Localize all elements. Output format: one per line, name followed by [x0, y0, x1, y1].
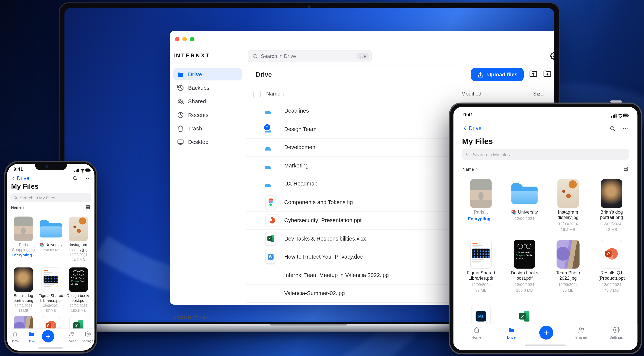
sidebar-item-recents[interactable]: Recents	[174, 109, 242, 121]
chevron-left-icon	[462, 126, 468, 131]
toolbar: Upload files	[471, 68, 554, 81]
file-card[interactable]: Figma Shared Libraries.pdf 12/09/2024 87…	[461, 238, 501, 292]
file-card[interactable]: 5 Books Every Designer Needs To Read Des…	[65, 266, 92, 313]
photo-thumbnail	[557, 179, 578, 208]
file-name: Design books post.pdf	[505, 270, 544, 281]
upload-files-button[interactable]: Upload files	[471, 68, 524, 81]
nav-settings[interactable]: Settings	[605, 326, 628, 340]
zoom-window-button[interactable]	[190, 37, 194, 41]
sidebar-item-shared[interactable]: Shared	[174, 95, 242, 107]
file-card[interactable]: Brian's dog portrait.png 12/09/2024 18 M…	[592, 178, 631, 232]
history-icon	[177, 84, 184, 91]
figma-file-icon	[265, 195, 276, 209]
file-name: Cybersecurity_Presentation.ppt	[284, 217, 362, 223]
home-indicator[interactable]	[38, 347, 63, 349]
upload-folder-button[interactable]	[529, 69, 538, 80]
select-all-checkbox[interactable]	[254, 91, 261, 98]
settings-gear-button[interactable]	[550, 52, 554, 61]
nav-settings[interactable]: Settings	[79, 331, 94, 343]
search-icon	[14, 195, 18, 199]
file-card[interactable]: Brian's dog portrait.png 12/09/2024 18 M…	[10, 266, 36, 313]
sidebar-item-label: Drive	[188, 71, 202, 77]
nav-drive[interactable]: Drive	[23, 331, 39, 343]
new-folder-button[interactable]	[543, 69, 552, 80]
list-view-toggle[interactable]	[85, 205, 90, 210]
macbook-lid-notch	[270, 324, 346, 327]
back-button[interactable]: Drive	[462, 125, 482, 131]
home-indicator[interactable]	[525, 345, 566, 346]
column-modified[interactable]: Modified	[461, 91, 482, 97]
more-button[interactable]	[84, 176, 90, 183]
photo-thumbnail	[14, 267, 33, 292]
close-window-button[interactable]	[175, 37, 180, 41]
phone-notch	[35, 164, 67, 170]
status-icons	[74, 167, 91, 174]
divider	[454, 174, 638, 174]
search-shortcut-badge: ⌘F	[357, 53, 369, 60]
file-card[interactable]: P Results Q1 (Product).ppt 12/09/2024 48…	[592, 238, 631, 292]
phone-nav-row: Drive	[11, 175, 90, 182]
file-size: 180.6 MB	[505, 288, 544, 292]
search-input[interactable]: Search in My Files	[10, 193, 91, 202]
folder-card[interactable]: 📚 University 12/09/2024	[38, 215, 64, 252]
sidebar-item-drive[interactable]: Drive	[174, 68, 242, 80]
nav-shared[interactable]: Shared	[570, 326, 593, 340]
search-button[interactable]	[610, 126, 616, 133]
nav-shared[interactable]: Shared	[63, 331, 80, 343]
file-card[interactable]: 5 Books Every Designer Needs To Read Des…	[505, 238, 544, 292]
file-card[interactable]: Instagram display.jpg 12/09/2024 16.2 MB	[65, 215, 92, 262]
status-time: 9:41	[463, 112, 473, 118]
search-input[interactable]: Search in My Files	[462, 149, 629, 160]
file-card[interactable]: Instagram display.jpg 12/09/2024 16.2 MB	[548, 178, 588, 232]
list-view-toggle[interactable]	[623, 166, 628, 172]
column-size[interactable]: Size	[533, 91, 544, 97]
sort-row: Name ↑	[462, 167, 628, 173]
file-date: 12/09/2024	[65, 253, 92, 257]
back-button[interactable]: Drive	[11, 175, 29, 181]
home-icon	[12, 331, 18, 337]
sidebar-item-label: Desktop	[188, 139, 208, 145]
sidebar-item-desktop[interactable]: Desktop	[174, 136, 242, 148]
encrypting-status: Encrypting...	[461, 216, 501, 221]
file-date: 12/09/2024	[505, 282, 544, 287]
file-card[interactable]: Team Photo 2022.jpg 12/09/2024 35 MB	[548, 238, 588, 292]
sidebar-item-backups[interactable]: Backups	[174, 82, 242, 94]
search-placeholder: Search in My Files	[473, 152, 510, 157]
powerpoint-file-icon	[265, 214, 278, 226]
sidebar-item-label: Trash	[188, 125, 202, 131]
file-name: Instagram display.jpg	[65, 242, 92, 252]
phone-screen: 9:41 Drive My Files Search in My Files	[7, 164, 94, 351]
nav-home[interactable]: Home	[465, 326, 488, 340]
search-button[interactable]	[72, 176, 78, 183]
storage-usage-text: 2.81GB of 4GB	[174, 315, 242, 320]
file-name: Figma Shared Libraries.pdf	[38, 293, 64, 303]
sort-by-name[interactable]: Name ↑	[11, 205, 24, 210]
folder-icon	[177, 71, 184, 78]
add-button[interactable]	[42, 330, 54, 343]
add-button[interactable]	[539, 326, 553, 340]
pdf-banner-art	[44, 276, 58, 283]
file-date: 12/09/2024	[592, 221, 631, 226]
column-name[interactable]: Name ↑	[266, 91, 285, 97]
more-button[interactable]	[622, 126, 628, 133]
file-card[interactable]: Paris... Encrypting...	[461, 178, 501, 221]
file-size: 87 MB	[38, 308, 64, 313]
gear-icon	[550, 52, 554, 60]
nav-home[interactable]: Home	[7, 331, 23, 343]
window-controls	[175, 37, 194, 41]
file-name: Components and Tokens.fig	[284, 199, 353, 205]
minimize-window-button[interactable]	[182, 37, 187, 41]
pdf-thumbnail: 5 Books Every Designer Needs To Read	[69, 267, 88, 292]
file-card[interactable]: Paris Shopping.jpg Encrypting...	[10, 215, 36, 257]
file-size: 16.2 MB	[548, 227, 588, 232]
drive-search-input[interactable]: Search in Drive ⌘F	[248, 50, 372, 62]
powerpoint-file-icon: P	[601, 240, 622, 269]
sidebar-item-trash[interactable]: Trash	[174, 122, 242, 135]
folder-card[interactable]: 📚 University 12/09/2024	[505, 178, 544, 221]
nav-drive[interactable]: Drive	[500, 326, 523, 340]
file-name: Team Photo 2022.jpg	[548, 270, 588, 281]
shared-badge-icon	[263, 123, 271, 131]
status-icons	[611, 112, 629, 120]
file-card[interactable]: Figma Shared Libraries.pdf 12/09/2024 87…	[38, 266, 64, 313]
sort-by-name[interactable]: Name ↑	[462, 167, 477, 172]
